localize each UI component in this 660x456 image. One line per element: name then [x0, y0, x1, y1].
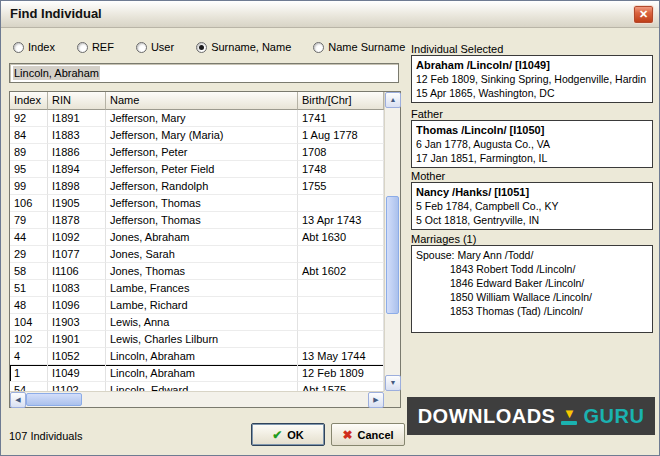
- table-row[interactable]: 4I1052Lincoln, Abraham13 May 1744: [10, 348, 384, 365]
- marriage-child-line: 1846 Edward Baker /Lincoln/: [416, 276, 648, 290]
- table-row[interactable]: 102I1901Lewis, Charles Lilburn: [10, 331, 384, 348]
- radio-name-surname[interactable]: Name Surname: [313, 41, 405, 53]
- find-individual-dialog: Find Individual ✕ IndexREFUserSurname, N…: [0, 0, 660, 456]
- table-row[interactable]: 92I1891Jefferson, Mary1741: [10, 110, 384, 127]
- spouse-line: Spouse: Mary Ann /Todd/: [416, 248, 648, 262]
- ok-button-label: OK: [287, 429, 304, 441]
- cell-birth: [298, 246, 384, 263]
- cell-birth: 12 Feb 1809: [298, 365, 384, 382]
- mother-death: 5 Oct 1818, Gentryville, IN: [416, 213, 648, 227]
- cell-birth: 1708: [298, 144, 384, 161]
- cell-rin: I1878: [48, 212, 106, 229]
- cell-name: Jefferson, Peter: [106, 144, 298, 161]
- cell-index: 51: [10, 280, 48, 297]
- radio-label: Surname, Name: [211, 41, 291, 53]
- father-name: Thomas /Lincoln/ [I1050]: [416, 123, 648, 137]
- vertical-scroll-thumb[interactable]: [386, 196, 399, 314]
- cell-index: 79: [10, 212, 48, 229]
- scroll-left-button[interactable]: ◀: [10, 392, 26, 408]
- scroll-up-button[interactable]: ▲: [385, 92, 401, 108]
- cell-index: 1: [10, 365, 48, 382]
- radio-ref[interactable]: REF: [77, 41, 114, 53]
- table-header-row: IndexRINNameBirth/[Chr]: [10, 92, 384, 110]
- table-row[interactable]: 29I1077Jones, Sarah: [10, 246, 384, 263]
- scroll-right-button[interactable]: ▶: [368, 392, 384, 408]
- search-input[interactable]: Lincoln, Abraham: [9, 63, 399, 83]
- table-row-selected[interactable]: 1I1049Lincoln, Abraham12 Feb 1809: [10, 365, 384, 382]
- table-row[interactable]: 44I1092Jones, AbrahamAbt 1630: [10, 229, 384, 246]
- marriage-child-line: 1850 William Wallace /Lincoln/: [416, 290, 648, 304]
- cell-index: 89: [10, 144, 48, 161]
- cell-rin: I1052: [48, 348, 106, 365]
- individual-selected-label: Individual Selected: [411, 43, 503, 55]
- column-header-name[interactable]: Name: [106, 92, 298, 110]
- window-title: Find Individual: [10, 6, 102, 21]
- radio-icon: [77, 42, 88, 53]
- cell-rin: I1883: [48, 127, 106, 144]
- cell-index: 48: [10, 297, 48, 314]
- table-row[interactable]: 99I1898Jefferson, Randolph1755: [10, 178, 384, 195]
- cell-name: Jones, Abraham: [106, 229, 298, 246]
- radio-label: User: [151, 41, 174, 53]
- marriages-box: Spouse: Mary Ann /Todd/ 1843 Robert Todd…: [411, 245, 653, 333]
- vertical-scrollbar[interactable]: ▲ ▼: [384, 92, 400, 391]
- column-header-birthchr[interactable]: Birth/[Chr]: [298, 92, 384, 110]
- radio-user[interactable]: User: [136, 41, 174, 53]
- cell-rin: I1886: [48, 144, 106, 161]
- cell-index: 95: [10, 161, 48, 178]
- table-row[interactable]: 48I1096Lambe, Richard: [10, 297, 384, 314]
- cell-birth: Abt 1575: [298, 382, 384, 391]
- cell-rin: I1898: [48, 178, 106, 195]
- cell-birth: [298, 280, 384, 297]
- cancel-button-label: Cancel: [357, 429, 393, 441]
- cell-index: 84: [10, 127, 48, 144]
- cell-birth: 1 Aug 1778: [298, 127, 384, 144]
- horizontal-scroll-thumb[interactable]: [26, 393, 82, 406]
- cell-index: 4: [10, 348, 48, 365]
- cell-index: 102: [10, 331, 48, 348]
- table-row[interactable]: 89I1886Jefferson, Peter1708: [10, 144, 384, 161]
- table-row[interactable]: 58I1106Jones, ThomasAbt 1602: [10, 263, 384, 280]
- table-row[interactable]: 84I1883Jefferson, Mary (Maria)1 Aug 1778: [10, 127, 384, 144]
- search-mode-options: IndexREFUserSurname, NameName Surname: [13, 41, 405, 53]
- table-row[interactable]: 54I1102Lincoln, EdwardAbt 1575: [10, 382, 384, 391]
- table-row[interactable]: 79I1878Jefferson, Thomas13 Apr 1743: [10, 212, 384, 229]
- cell-name: Lambe, Frances: [106, 280, 298, 297]
- father-birth: 6 Jan 1778, Augusta Co., VA: [416, 137, 648, 151]
- scroll-down-button[interactable]: ▼: [385, 375, 401, 391]
- vertical-scroll-track[interactable]: [385, 108, 400, 375]
- arrow-left-icon: ◀: [15, 396, 20, 403]
- table-row[interactable]: 104I1903Lewis, Anna: [10, 314, 384, 331]
- x-icon: ✖: [342, 428, 352, 442]
- cancel-button[interactable]: ✖ Cancel: [331, 423, 405, 446]
- horizontal-scroll-track[interactable]: [26, 392, 368, 407]
- cell-index: 92: [10, 110, 48, 127]
- cell-index: 54: [10, 382, 48, 391]
- radio-icon: [313, 42, 324, 53]
- ok-button[interactable]: ✔ OK: [251, 423, 325, 446]
- horizontal-scrollbar[interactable]: ◀ ▶: [10, 391, 384, 407]
- individual-birth: 12 Feb 1809, Sinking Spring, Hodgenville…: [416, 72, 648, 86]
- cell-birth: 1741: [298, 110, 384, 127]
- arrow-up-icon: ▲: [390, 96, 397, 103]
- radio-icon: [136, 42, 147, 53]
- downloads-guru-watermark: DOWNLOADS ▼ GURU: [407, 397, 655, 435]
- table-row[interactable]: 95I1894Jefferson, Peter Field1748: [10, 161, 384, 178]
- marriage-child-line: 1843 Robert Todd /Lincoln/: [416, 262, 648, 276]
- cell-name: Lincoln, Edward: [106, 382, 298, 391]
- cell-name: Jefferson, Mary: [106, 110, 298, 127]
- cell-birth: 13 May 1744: [298, 348, 384, 365]
- column-header-rin[interactable]: RIN: [48, 92, 106, 110]
- close-button[interactable]: ✕: [633, 5, 654, 24]
- column-header-index[interactable]: Index: [10, 92, 48, 110]
- marriage-children-list: 1843 Robert Todd /Lincoln/1846 Edward Ba…: [416, 262, 648, 318]
- cell-rin: I1049: [48, 365, 106, 382]
- arrow-right-icon: ▶: [373, 396, 378, 403]
- table-row[interactable]: 106I1905Jefferson, Thomas: [10, 195, 384, 212]
- radio-surname-name[interactable]: Surname, Name: [196, 41, 291, 53]
- radio-index[interactable]: Index: [13, 41, 55, 53]
- table-row[interactable]: 51I1083Lambe, Frances: [10, 280, 384, 297]
- cell-rin: I1083: [48, 280, 106, 297]
- cell-name: Lewis, Charles Lilburn: [106, 331, 298, 348]
- watermark-downloads-text: DOWNLOADS: [418, 405, 556, 428]
